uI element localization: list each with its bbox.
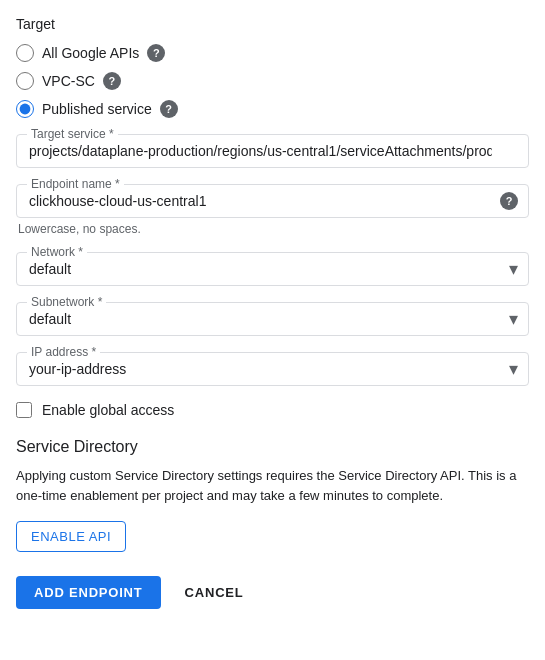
target-service-container: Target service * xyxy=(16,134,529,168)
subnetwork-label: Subnetwork * xyxy=(27,295,106,309)
help-icon-published-service[interactable]: ? xyxy=(160,100,178,118)
radio-published-service[interactable]: Published service ? xyxy=(16,100,529,118)
cancel-button[interactable]: CANCEL xyxy=(177,576,252,609)
global-access-label: Enable global access xyxy=(42,402,174,418)
add-endpoint-button[interactable]: ADD ENDPOINT xyxy=(16,576,161,609)
target-service-label: Target service * xyxy=(27,127,118,141)
endpoint-name-hint: Lowercase, no spaces. xyxy=(16,222,529,236)
target-service-group: Target service * xyxy=(16,134,529,168)
subnetwork-select[interactable]: Subnetwork * default ▾ xyxy=(16,302,529,336)
network-value: default xyxy=(29,261,71,277)
radio-all-google-apis-input[interactable] xyxy=(16,44,34,62)
global-access-checkbox-item[interactable]: Enable global access xyxy=(16,402,529,418)
enable-api-button[interactable]: ENABLE API xyxy=(16,521,126,552)
target-radio-group: All Google APIs ? VPC-SC ? Published ser… xyxy=(16,44,529,118)
help-icon-endpoint-name[interactable]: ? xyxy=(500,192,518,210)
endpoint-name-label: Endpoint name * xyxy=(27,177,124,191)
ip-address-label: IP address * xyxy=(27,345,100,359)
service-directory-section: Service Directory Applying custom Servic… xyxy=(16,438,529,576)
help-icon-vpc-sc[interactable]: ? xyxy=(103,72,121,90)
service-directory-title: Service Directory xyxy=(16,438,529,456)
radio-published-service-input[interactable] xyxy=(16,100,34,118)
radio-published-service-label: Published service xyxy=(42,101,152,117)
target-section: Target All Google APIs ? VPC-SC ? Publis… xyxy=(16,16,529,118)
target-service-input[interactable] xyxy=(29,143,516,159)
radio-vpc-sc-label: VPC-SC xyxy=(42,73,95,89)
ip-address-value: your-ip-address xyxy=(29,361,126,377)
radio-vpc-sc[interactable]: VPC-SC ? xyxy=(16,72,529,90)
service-directory-desc: Applying custom Service Directory settin… xyxy=(16,466,529,505)
subnetwork-dropdown-arrow: ▾ xyxy=(509,308,518,330)
network-select[interactable]: Network * default ▾ xyxy=(16,252,529,286)
global-access-checkbox[interactable] xyxy=(16,402,32,418)
ip-address-select[interactable]: IP address * your-ip-address ▾ xyxy=(16,352,529,386)
radio-all-google-apis-label: All Google APIs xyxy=(42,45,139,61)
network-group: Network * default ▾ xyxy=(16,252,529,286)
target-title: Target xyxy=(16,16,529,32)
ip-address-group: IP address * your-ip-address ▾ xyxy=(16,352,529,386)
network-label: Network * xyxy=(27,245,87,259)
help-icon-all-google-apis[interactable]: ? xyxy=(147,44,165,62)
radio-vpc-sc-input[interactable] xyxy=(16,72,34,90)
button-row: ADD ENDPOINT CANCEL xyxy=(16,576,529,609)
ip-address-dropdown-arrow: ▾ xyxy=(509,358,518,380)
endpoint-name-input[interactable] xyxy=(29,193,516,209)
radio-all-google-apis[interactable]: All Google APIs ? xyxy=(16,44,529,62)
subnetwork-group: Subnetwork * default ▾ xyxy=(16,302,529,336)
subnetwork-value: default xyxy=(29,311,71,327)
endpoint-name-group: Endpoint name * ? Lowercase, no spaces. xyxy=(16,184,529,236)
endpoint-name-container: Endpoint name * ? xyxy=(16,184,529,218)
network-dropdown-arrow: ▾ xyxy=(509,258,518,280)
